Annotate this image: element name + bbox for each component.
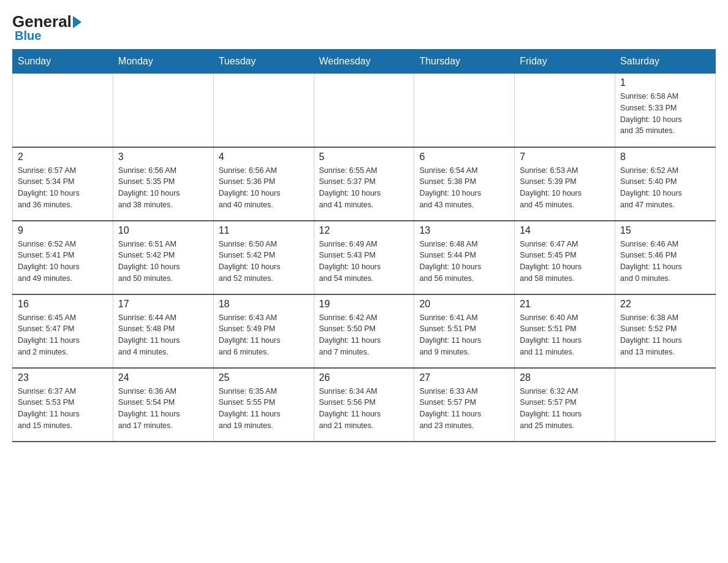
day-number: 6 xyxy=(419,151,509,163)
day-info: Sunrise: 6:34 AM Sunset: 5:56 PM Dayligh… xyxy=(319,386,409,432)
calendar-cell: 8Sunrise: 6:52 AM Sunset: 5:40 PM Daylig… xyxy=(615,147,716,221)
day-number: 10 xyxy=(118,225,208,236)
day-info: Sunrise: 6:48 AM Sunset: 5:44 PM Dayligh… xyxy=(419,239,509,285)
day-info: Sunrise: 6:32 AM Sunset: 5:57 PM Dayligh… xyxy=(520,386,610,432)
day-info: Sunrise: 6:52 AM Sunset: 5:41 PM Dayligh… xyxy=(18,239,108,285)
day-info: Sunrise: 6:42 AM Sunset: 5:50 PM Dayligh… xyxy=(319,312,409,358)
day-info: Sunrise: 6:41 AM Sunset: 5:51 PM Dayligh… xyxy=(419,312,509,358)
weekday-header-wednesday: Wednesday xyxy=(314,50,414,74)
calendar-cell: 20Sunrise: 6:41 AM Sunset: 5:51 PM Dayli… xyxy=(414,294,515,368)
day-number: 2 xyxy=(18,151,108,163)
calendar-cell: 6Sunrise: 6:54 AM Sunset: 5:38 PM Daylig… xyxy=(414,147,515,221)
weekday-header-sunday: Sunday xyxy=(13,50,113,74)
day-info: Sunrise: 6:33 AM Sunset: 5:57 PM Dayligh… xyxy=(419,386,509,432)
day-number: 5 xyxy=(319,151,409,163)
calendar-cell: 10Sunrise: 6:51 AM Sunset: 5:42 PM Dayli… xyxy=(113,221,213,294)
day-number: 27 xyxy=(419,372,509,383)
logo: General Blue xyxy=(12,12,83,43)
calendar-cell: 13Sunrise: 6:48 AM Sunset: 5:44 PM Dayli… xyxy=(414,221,515,294)
calendar-cell: 1Sunrise: 6:58 AM Sunset: 5:33 PM Daylig… xyxy=(615,74,716,147)
day-info: Sunrise: 6:45 AM Sunset: 5:47 PM Dayligh… xyxy=(18,312,108,358)
calendar-week-3: 16Sunrise: 6:45 AM Sunset: 5:47 PM Dayli… xyxy=(13,294,716,368)
weekday-header-thursday: Thursday xyxy=(414,50,515,74)
weekday-header-friday: Friday xyxy=(515,50,615,74)
day-number: 13 xyxy=(419,225,509,236)
day-info: Sunrise: 6:56 AM Sunset: 5:36 PM Dayligh… xyxy=(219,165,309,211)
calendar-cell xyxy=(615,368,716,442)
day-number: 17 xyxy=(118,299,208,310)
calendar-cell: 5Sunrise: 6:55 AM Sunset: 5:37 PM Daylig… xyxy=(314,147,414,221)
day-info: Sunrise: 6:49 AM Sunset: 5:43 PM Dayligh… xyxy=(319,239,409,285)
calendar-cell xyxy=(515,74,615,147)
calendar-cell: 11Sunrise: 6:50 AM Sunset: 5:42 PM Dayli… xyxy=(213,221,314,294)
day-number: 19 xyxy=(319,299,409,310)
calendar-cell: 19Sunrise: 6:42 AM Sunset: 5:50 PM Dayli… xyxy=(314,294,414,368)
day-info: Sunrise: 6:43 AM Sunset: 5:49 PM Dayligh… xyxy=(219,312,309,358)
calendar-week-1: 2Sunrise: 6:57 AM Sunset: 5:34 PM Daylig… xyxy=(13,147,716,221)
calendar-cell: 26Sunrise: 6:34 AM Sunset: 5:56 PM Dayli… xyxy=(314,368,414,442)
day-info: Sunrise: 6:40 AM Sunset: 5:51 PM Dayligh… xyxy=(520,312,610,358)
day-number: 12 xyxy=(319,225,409,236)
calendar-cell: 24Sunrise: 6:36 AM Sunset: 5:54 PM Dayli… xyxy=(113,368,213,442)
calendar-cell: 7Sunrise: 6:53 AM Sunset: 5:39 PM Daylig… xyxy=(515,147,615,221)
calendar-body: 1Sunrise: 6:58 AM Sunset: 5:33 PM Daylig… xyxy=(13,74,716,442)
day-number: 14 xyxy=(520,225,610,236)
day-info: Sunrise: 6:51 AM Sunset: 5:42 PM Dayligh… xyxy=(118,239,208,285)
day-info: Sunrise: 6:57 AM Sunset: 5:34 PM Dayligh… xyxy=(18,165,108,211)
day-info: Sunrise: 6:55 AM Sunset: 5:37 PM Dayligh… xyxy=(319,165,409,211)
day-info: Sunrise: 6:38 AM Sunset: 5:52 PM Dayligh… xyxy=(620,312,710,358)
day-number: 3 xyxy=(118,151,208,163)
calendar-week-2: 9Sunrise: 6:52 AM Sunset: 5:41 PM Daylig… xyxy=(13,221,716,294)
day-number: 15 xyxy=(620,225,710,236)
day-number: 22 xyxy=(620,299,710,310)
calendar-cell xyxy=(314,74,414,147)
weekday-header-monday: Monday xyxy=(113,50,213,74)
calendar-cell: 17Sunrise: 6:44 AM Sunset: 5:48 PM Dayli… xyxy=(113,294,213,368)
day-info: Sunrise: 6:47 AM Sunset: 5:45 PM Dayligh… xyxy=(520,239,610,285)
weekday-header-row: SundayMondayTuesdayWednesdayThursdayFrid… xyxy=(13,50,716,74)
logo-arrow-icon xyxy=(73,16,82,28)
day-number: 4 xyxy=(219,151,309,163)
day-number: 23 xyxy=(18,372,108,383)
day-number: 25 xyxy=(219,372,309,383)
calendar-cell: 4Sunrise: 6:56 AM Sunset: 5:36 PM Daylig… xyxy=(213,147,314,221)
calendar-cell: 9Sunrise: 6:52 AM Sunset: 5:41 PM Daylig… xyxy=(13,221,113,294)
calendar-cell xyxy=(113,74,213,147)
calendar-cell: 21Sunrise: 6:40 AM Sunset: 5:51 PM Dayli… xyxy=(515,294,615,368)
day-number: 8 xyxy=(620,151,710,163)
day-info: Sunrise: 6:52 AM Sunset: 5:40 PM Dayligh… xyxy=(620,165,710,211)
calendar-table: SundayMondayTuesdayWednesdayThursdayFrid… xyxy=(12,49,716,442)
calendar-cell xyxy=(414,74,515,147)
calendar-cell: 18Sunrise: 6:43 AM Sunset: 5:49 PM Dayli… xyxy=(213,294,314,368)
day-info: Sunrise: 6:56 AM Sunset: 5:35 PM Dayligh… xyxy=(118,165,208,211)
day-number: 11 xyxy=(219,225,309,236)
day-info: Sunrise: 6:53 AM Sunset: 5:39 PM Dayligh… xyxy=(520,165,610,211)
calendar-cell: 3Sunrise: 6:56 AM Sunset: 5:35 PM Daylig… xyxy=(113,147,213,221)
calendar-cell: 14Sunrise: 6:47 AM Sunset: 5:45 PM Dayli… xyxy=(515,221,615,294)
day-info: Sunrise: 6:44 AM Sunset: 5:48 PM Dayligh… xyxy=(118,312,208,358)
calendar-cell xyxy=(213,74,314,147)
calendar-cell: 25Sunrise: 6:35 AM Sunset: 5:55 PM Dayli… xyxy=(213,368,314,442)
day-number: 26 xyxy=(319,372,409,383)
weekday-header-saturday: Saturday xyxy=(615,50,716,74)
day-number: 18 xyxy=(219,299,309,310)
calendar-header: SundayMondayTuesdayWednesdayThursdayFrid… xyxy=(13,50,716,74)
day-number: 7 xyxy=(520,151,610,163)
calendar-cell: 28Sunrise: 6:32 AM Sunset: 5:57 PM Dayli… xyxy=(515,368,615,442)
day-number: 16 xyxy=(18,299,108,310)
day-info: Sunrise: 6:58 AM Sunset: 5:33 PM Dayligh… xyxy=(620,91,710,137)
day-number: 9 xyxy=(18,225,108,236)
day-number: 28 xyxy=(520,372,610,383)
day-info: Sunrise: 6:50 AM Sunset: 5:42 PM Dayligh… xyxy=(219,239,309,285)
logo-blue-text: Blue xyxy=(12,29,41,43)
calendar-cell: 22Sunrise: 6:38 AM Sunset: 5:52 PM Dayli… xyxy=(615,294,716,368)
day-info: Sunrise: 6:54 AM Sunset: 5:38 PM Dayligh… xyxy=(419,165,509,211)
day-number: 1 xyxy=(620,77,710,88)
weekday-header-tuesday: Tuesday xyxy=(213,50,314,74)
calendar-cell: 27Sunrise: 6:33 AM Sunset: 5:57 PM Dayli… xyxy=(414,368,515,442)
day-info: Sunrise: 6:46 AM Sunset: 5:46 PM Dayligh… xyxy=(620,239,710,285)
calendar-cell: 16Sunrise: 6:45 AM Sunset: 5:47 PM Dayli… xyxy=(13,294,113,368)
day-info: Sunrise: 6:35 AM Sunset: 5:55 PM Dayligh… xyxy=(219,386,309,432)
day-number: 24 xyxy=(118,372,208,383)
day-number: 20 xyxy=(419,299,509,310)
